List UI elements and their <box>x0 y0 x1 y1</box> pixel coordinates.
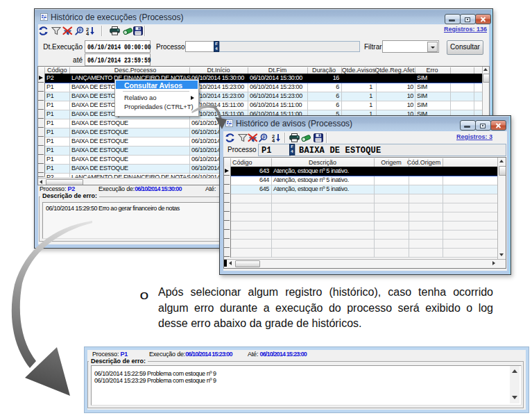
svg-text:p: p <box>263 134 266 140</box>
svg-text:4: 4 <box>86 31 89 35</box>
svg-text:p: p <box>79 27 82 33</box>
svg-text:4: 4 <box>272 137 275 142</box>
